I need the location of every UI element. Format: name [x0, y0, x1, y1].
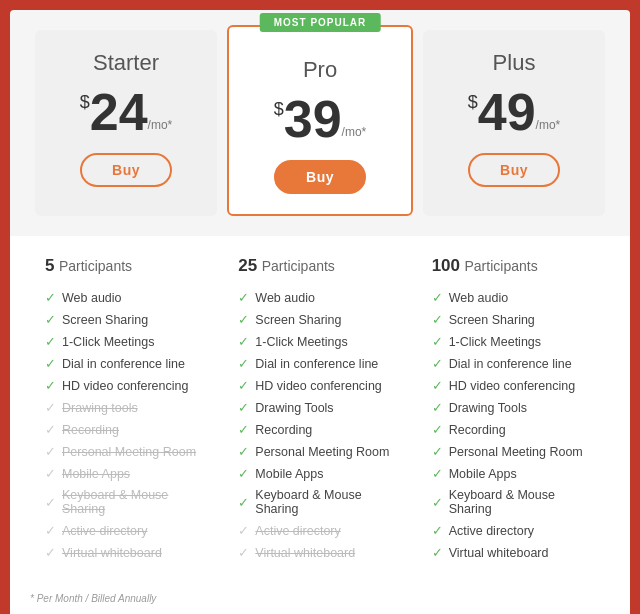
feature-label: Personal Meeting Room — [255, 445, 389, 459]
feature-label: Keyboard & Mouse Sharing — [449, 488, 595, 516]
feature-label: Web audio — [449, 291, 509, 305]
feature-item: ✓1-Click Meetings — [238, 334, 401, 349]
page-wrapper: Starter $ 24 /mo* Buy MOST POPULAR Pro $… — [0, 0, 640, 614]
plus-buy-button[interactable]: Buy — [468, 153, 560, 187]
pro-participants-num: 25 — [238, 256, 257, 275]
plus-price-row: $ 49 /mo* — [438, 86, 590, 138]
plus-participants-label: Participants — [464, 258, 537, 274]
plus-participants-num: 100 — [432, 256, 460, 275]
check-icon: ✓ — [432, 356, 443, 371]
feature-label: Keyboard & Mouse Sharing — [255, 488, 401, 516]
check-icon: ✓ — [238, 444, 249, 459]
feature-label: Recording — [449, 423, 506, 437]
feature-label: 1-Click Meetings — [255, 335, 347, 349]
check-icon: ✓ — [45, 356, 56, 371]
check-icon: ✓ — [432, 400, 443, 415]
cards-section: Starter $ 24 /mo* Buy MOST POPULAR Pro $… — [10, 10, 630, 236]
feature-label: Active directory — [62, 524, 147, 538]
feature-label: Mobile Apps — [62, 467, 130, 481]
check-icon: ✓ — [238, 495, 249, 510]
pro-buy-button[interactable]: Buy — [274, 160, 366, 194]
feature-item: ✓Keyboard & Mouse Sharing — [45, 488, 208, 516]
feature-item: ✓Keyboard & Mouse Sharing — [238, 488, 401, 516]
check-disabled-icon: ✓ — [45, 422, 56, 437]
feature-label: HD video conferencing — [62, 379, 188, 393]
footer-note: * Per Month / Billed Annually — [10, 587, 630, 614]
feature-item: ✓Virtual whiteboard — [45, 545, 208, 560]
feature-label: Active directory — [255, 524, 340, 538]
feature-label: Recording — [255, 423, 312, 437]
feature-item: ✓Personal Meeting Room — [432, 444, 595, 459]
check-icon: ✓ — [238, 290, 249, 305]
feature-item: ✓Mobile Apps — [45, 466, 208, 481]
check-icon: ✓ — [432, 444, 443, 459]
feature-label: Mobile Apps — [255, 467, 323, 481]
feature-label: Mobile Apps — [449, 467, 517, 481]
feature-item: ✓Mobile Apps — [238, 466, 401, 481]
pro-card: MOST POPULAR Pro $ 39 /mo* Buy — [227, 25, 413, 216]
feature-label: Personal Meeting Room — [62, 445, 196, 459]
feature-label: HD video conferencing — [449, 379, 575, 393]
feature-label: Virtual whiteboard — [255, 546, 355, 560]
check-icon: ✓ — [238, 378, 249, 393]
feature-label: HD video conferencing — [255, 379, 381, 393]
feature-label: 1-Click Meetings — [62, 335, 154, 349]
pro-participants-label: Participants — [262, 258, 335, 274]
starter-buy-button[interactable]: Buy — [80, 153, 172, 187]
feature-item: ✓1-Click Meetings — [432, 334, 595, 349]
starter-features-col: 5 Participants ✓Web audio✓Screen Sharing… — [30, 256, 223, 567]
feature-label: Web audio — [62, 291, 122, 305]
feature-label: Active directory — [449, 524, 534, 538]
pro-price-per: /mo* — [342, 125, 367, 139]
feature-label: Dial in conference line — [449, 357, 572, 371]
feature-item: ✓HD video conferencing — [45, 378, 208, 393]
feature-label: Screen Sharing — [255, 313, 341, 327]
feature-label: Personal Meeting Room — [449, 445, 583, 459]
feature-item: ✓Recording — [238, 422, 401, 437]
check-icon: ✓ — [432, 523, 443, 538]
check-icon: ✓ — [432, 290, 443, 305]
check-disabled-icon: ✓ — [45, 523, 56, 538]
check-icon: ✓ — [238, 312, 249, 327]
check-icon: ✓ — [238, 422, 249, 437]
check-icon: ✓ — [45, 290, 56, 305]
feature-label: Virtual whiteboard — [62, 546, 162, 560]
check-icon: ✓ — [432, 545, 443, 560]
feature-item: ✓Virtual whiteboard — [432, 545, 595, 560]
starter-price-per: /mo* — [148, 118, 173, 132]
plus-price-amount: 49 — [478, 86, 536, 138]
starter-price-row: $ 24 /mo* — [50, 86, 202, 138]
check-disabled-icon: ✓ — [238, 523, 249, 538]
pricing-container: Starter $ 24 /mo* Buy MOST POPULAR Pro $… — [10, 10, 630, 614]
feature-label: Dial in conference line — [255, 357, 378, 371]
feature-label: Screen Sharing — [449, 313, 535, 327]
feature-label: Web audio — [255, 291, 315, 305]
plus-features-col: 100 Participants ✓Web audio✓Screen Shari… — [417, 256, 610, 567]
starter-currency: $ — [80, 92, 90, 113]
starter-participants: 5 Participants — [45, 256, 208, 276]
check-disabled-icon: ✓ — [45, 495, 56, 510]
check-disabled-icon: ✓ — [238, 545, 249, 560]
check-icon: ✓ — [432, 466, 443, 481]
feature-label: Dial in conference line — [62, 357, 185, 371]
feature-item: ✓Personal Meeting Room — [238, 444, 401, 459]
feature-item: ✓HD video conferencing — [238, 378, 401, 393]
feature-label: Virtual whiteboard — [449, 546, 549, 560]
features-section: 5 Participants ✓Web audio✓Screen Sharing… — [10, 236, 630, 587]
plus-participants: 100 Participants — [432, 256, 595, 276]
plus-plan-name: Plus — [438, 50, 590, 76]
starter-participants-num: 5 — [45, 256, 54, 275]
feature-label: Screen Sharing — [62, 313, 148, 327]
feature-item: ✓Active directory — [432, 523, 595, 538]
feature-label: Drawing Tools — [449, 401, 527, 415]
check-icon: ✓ — [432, 495, 443, 510]
check-icon: ✓ — [432, 312, 443, 327]
feature-item: ✓Keyboard & Mouse Sharing — [432, 488, 595, 516]
plus-card: Plus $ 49 /mo* Buy — [423, 30, 605, 216]
plus-features-list: ✓Web audio✓Screen Sharing✓1-Click Meetin… — [432, 290, 595, 560]
feature-item: ✓Virtual whiteboard — [238, 545, 401, 560]
starter-features-list: ✓Web audio✓Screen Sharing✓1-Click Meetin… — [45, 290, 208, 560]
pro-price-row: $ 39 /mo* — [244, 93, 396, 145]
pro-participants: 25 Participants — [238, 256, 401, 276]
plus-currency: $ — [468, 92, 478, 113]
